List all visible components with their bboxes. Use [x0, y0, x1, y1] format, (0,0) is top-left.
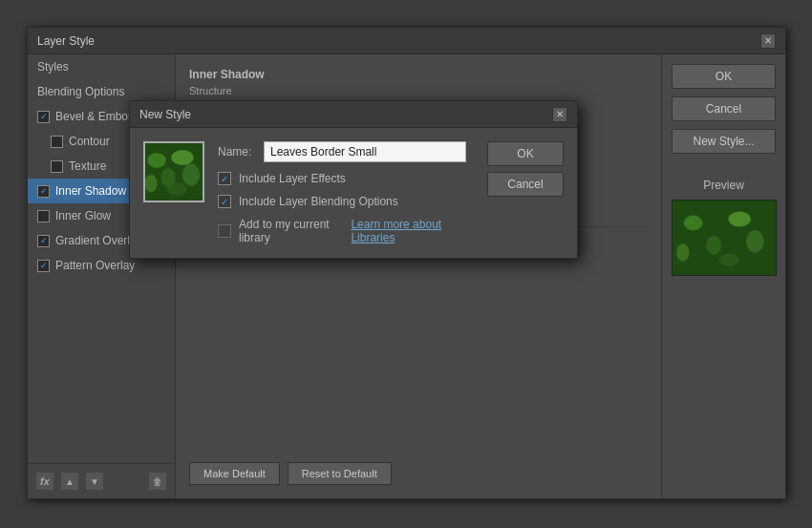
- new-style-preview: [143, 141, 204, 202]
- move-up-icon[interactable]: ▲: [60, 472, 79, 491]
- new-style-ok-button[interactable]: OK: [487, 141, 564, 166]
- cancel-button[interactable]: Cancel: [672, 96, 776, 121]
- sidebar-item-styles[interactable]: Styles: [28, 54, 175, 79]
- move-down-icon[interactable]: ▼: [85, 472, 104, 491]
- inner-glow-checkbox[interactable]: [37, 210, 50, 222]
- name-input[interactable]: [264, 141, 466, 162]
- new-style-cancel-button[interactable]: Cancel: [487, 172, 564, 197]
- new-style-close-icon[interactable]: ✕: [552, 107, 567, 122]
- preview-image: [672, 200, 777, 276]
- right-panel: OK Cancel New Style... Preview: [661, 54, 785, 498]
- new-style-button[interactable]: New Style...: [672, 129, 776, 154]
- library-row: Add to my current library Learn more abo…: [218, 218, 466, 244]
- make-default-button[interactable]: Make Default: [189, 462, 280, 485]
- new-style-title: New Style: [139, 108, 191, 121]
- layer-style-dialog: Layer Style ✕ Styles Blending Options Be…: [27, 27, 786, 499]
- learn-more-link[interactable]: Learn more about Libraries: [351, 218, 466, 244]
- bevel-emboss-checkbox[interactable]: [37, 111, 50, 123]
- add-library-label: Add to my current library: [239, 218, 343, 244]
- contour-checkbox[interactable]: [51, 136, 63, 148]
- fx-icon[interactable]: fx: [35, 472, 54, 491]
- ok-button[interactable]: OK: [672, 64, 776, 89]
- include-effects-label: Include Layer Effects: [239, 172, 346, 185]
- delete-icon[interactable]: 🗑: [148, 472, 167, 491]
- gradient-overlay-checkbox[interactable]: [37, 235, 50, 247]
- new-style-body: Name: Include Layer Effects Include Laye…: [130, 128, 577, 258]
- close-icon[interactable]: ✕: [760, 33, 776, 49]
- new-style-buttons: OK Cancel: [487, 141, 564, 244]
- inner-shadow-checkbox[interactable]: [37, 185, 50, 198]
- section-header: Inner Shadow: [189, 68, 648, 81]
- new-style-titlebar: New Style ✕: [130, 101, 577, 128]
- bottom-buttons: Make Default Reset to Default: [189, 453, 648, 485]
- include-blending-row: Include Layer Blending Options: [218, 195, 466, 208]
- preview-leaves: [673, 201, 776, 275]
- layer-style-titlebar: Layer Style ✕: [28, 28, 785, 54]
- texture-checkbox[interactable]: [51, 160, 63, 173]
- new-style-fields: Name: Include Layer Effects Include Laye…: [218, 141, 466, 244]
- new-style-dialog: New Style ✕ Name: Include Layer Effects …: [129, 100, 578, 259]
- name-label: Name:: [218, 145, 256, 158]
- styles-panel-footer: fx ▲ ▼ 🗑: [28, 463, 175, 498]
- include-effects-row: Include Layer Effects: [218, 172, 466, 185]
- new-style-preview-leaves: [145, 143, 203, 201]
- add-library-checkbox[interactable]: [218, 224, 231, 238]
- include-blending-label: Include Layer Blending Options: [239, 195, 398, 208]
- reset-default-button[interactable]: Reset to Default: [288, 462, 392, 485]
- pattern-overlay-checkbox[interactable]: [37, 260, 50, 272]
- preview-label: Preview: [672, 179, 776, 192]
- include-effects-checkbox[interactable]: [218, 172, 231, 185]
- name-row: Name:: [218, 141, 466, 162]
- layer-style-title: Layer Style: [37, 34, 95, 48]
- include-blending-checkbox[interactable]: [218, 195, 231, 208]
- section-subheader: Structure: [189, 85, 648, 96]
